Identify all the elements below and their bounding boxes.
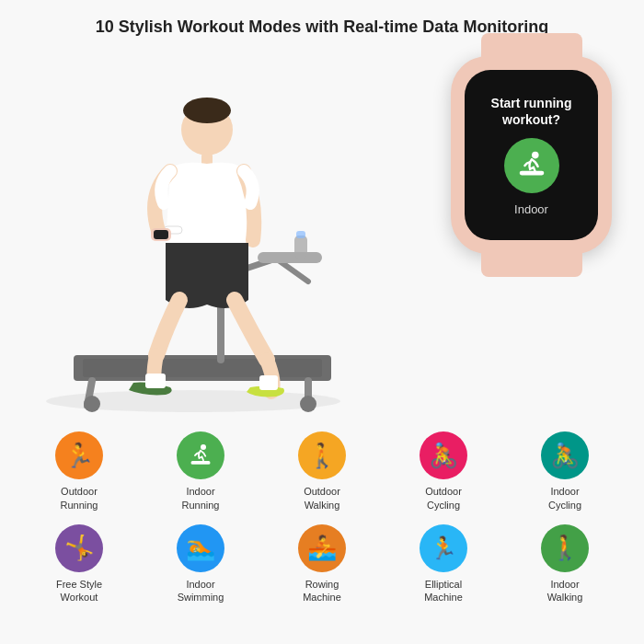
indoor-cycling-label: IndoorCycling xyxy=(548,485,581,512)
outdoor-walking-label: OutdoorWalking xyxy=(304,485,340,512)
elliptical-icon: 🏃 xyxy=(420,524,467,572)
indoor-running-icon xyxy=(177,431,224,479)
rowing-machine-icon: 🚣 xyxy=(298,524,346,572)
mode-indoor-swimming: 🏊 IndoorSwimming xyxy=(150,524,251,604)
watch-body: Start running workout? Indoor xyxy=(451,56,612,254)
mode-outdoor-cycling: 🚴 OutdoorCycling xyxy=(393,431,494,512)
svg-point-22 xyxy=(532,151,539,158)
svg-rect-20 xyxy=(259,375,278,390)
mode-rowing-machine: 🚣 RowingMachine xyxy=(271,524,373,604)
modes-row-1: 🏃 OutdoorRunning IndoorRunning 🚶 Outdoor… xyxy=(18,431,626,512)
svg-rect-12 xyxy=(296,231,305,238)
svg-point-6 xyxy=(300,396,316,412)
treadmill-illustration xyxy=(28,38,377,424)
watch-activity-icon xyxy=(504,138,559,193)
mode-elliptical: 🏃 EllipticalMachine xyxy=(393,524,494,604)
outdoor-walking-icon: 🚶 xyxy=(298,431,346,479)
mode-free-style: 🤸 Free StyleWorkout xyxy=(29,524,130,604)
indoor-running-label: IndoorRunning xyxy=(182,485,220,512)
mode-indoor-cycling: 🚴 IndoorCycling xyxy=(514,431,615,512)
free-style-icon: 🤸 xyxy=(55,524,103,572)
svg-point-24 xyxy=(201,444,206,450)
free-style-label: Free StyleWorkout xyxy=(56,578,102,604)
mode-outdoor-running: 🏃 OutdoorRunning xyxy=(29,431,130,512)
svg-rect-23 xyxy=(191,461,211,465)
mode-indoor-walking: 🚶 IndoorWalking xyxy=(514,524,615,604)
indoor-swimming-label: IndoorSwimming xyxy=(178,578,224,604)
watch-band-top xyxy=(481,33,582,61)
svg-point-14 xyxy=(183,98,231,123)
outdoor-cycling-icon: 🚴 xyxy=(420,431,467,479)
page-title: 10 Stylish Workout Modes with Real-time … xyxy=(0,0,644,38)
watch-prompt-text: Start running workout? xyxy=(476,95,587,128)
outdoor-running-label: OutdoorRunning xyxy=(61,485,98,512)
indoor-walking-label: IndoorWalking xyxy=(547,578,583,604)
svg-point-5 xyxy=(84,396,100,412)
indoor-cycling-icon: 🚴 xyxy=(541,431,589,479)
svg-rect-18 xyxy=(154,230,168,239)
hero-section: Start running workout? Indoor xyxy=(0,38,644,424)
elliptical-label: EllipticalMachine xyxy=(424,578,463,604)
workout-modes-section: 🏃 OutdoorRunning IndoorRunning 🚶 Outdoor… xyxy=(0,424,644,626)
rowing-machine-label: RowingMachine xyxy=(303,578,341,604)
watch-band-bottom xyxy=(481,249,582,277)
outdoor-cycling-label: OutdoorCycling xyxy=(425,485,462,512)
mode-outdoor-walking: 🚶 OutdoorWalking xyxy=(271,431,373,512)
outdoor-running-icon: 🏃 xyxy=(55,431,103,479)
svg-rect-21 xyxy=(519,170,544,175)
indoor-swimming-icon: 🏊 xyxy=(177,524,224,572)
modes-row-2: 🤸 Free StyleWorkout 🏊 IndoorSwimming 🚣 R… xyxy=(18,524,626,604)
watch-display: Start running workout? Indoor xyxy=(451,56,612,254)
watch-screen: Start running workout? Indoor xyxy=(465,70,598,240)
mode-indoor-running: IndoorRunning xyxy=(150,431,251,512)
watch-activity-label: Indoor xyxy=(514,202,548,216)
svg-rect-19 xyxy=(145,374,166,388)
svg-rect-11 xyxy=(294,236,307,259)
indoor-walking-icon: 🚶 xyxy=(541,524,589,572)
svg-rect-2 xyxy=(83,359,322,377)
svg-rect-10 xyxy=(258,252,322,263)
